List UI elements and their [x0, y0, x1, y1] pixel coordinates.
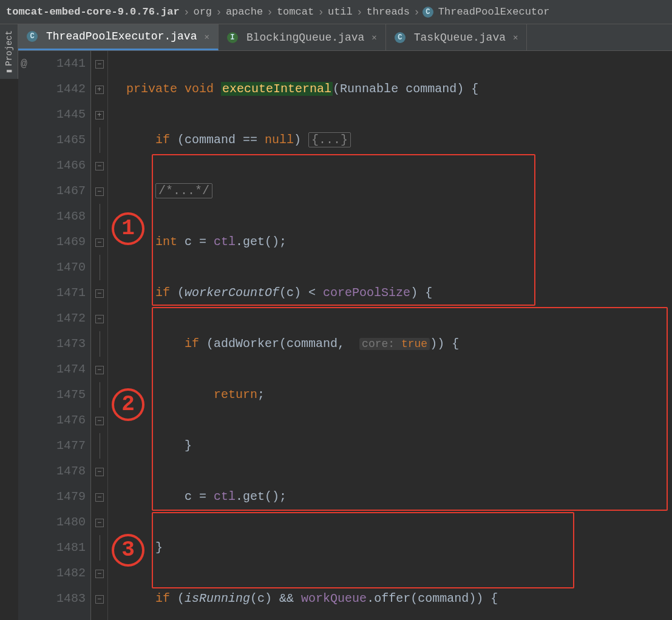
folded-block-icon[interactable]: {...} [308, 132, 351, 147]
close-icon[interactable]: ✕ [513, 32, 518, 42]
fold-end-icon[interactable]: − [95, 468, 104, 476]
chevron-right-icon: › [264, 6, 276, 18]
fold-end-icon[interactable]: − [95, 493, 104, 502]
editor-tabs: C ThreadPoolExecutor.java ✕ I BlockingQu… [18, 24, 672, 51]
tab-taskqueue[interactable]: C TaskQueue.java ✕ [386, 24, 528, 50]
line-number[interactable]: 1468 [56, 209, 86, 223]
fold-collapse-icon[interactable]: − [95, 187, 104, 196]
line-number[interactable]: 1483 [56, 591, 86, 605]
class-icon: C [423, 7, 433, 18]
line-number[interactable]: 1476 [56, 413, 86, 427]
line-number[interactable]: 1445 [56, 107, 86, 121]
code-line[interactable]: c = ctl.get(); [112, 484, 520, 510]
code-line[interactable]: if (isRunning(c) && workQueue.offer(comm… [112, 586, 520, 612]
chevron-right-icon: › [181, 6, 192, 18]
chevron-right-icon: › [411, 6, 423, 18]
fold-end-icon[interactable]: − [95, 595, 104, 604]
fold-guide [100, 331, 100, 357]
close-icon[interactable]: ✕ [372, 32, 376, 42]
interface-icon: I [227, 32, 238, 43]
crumb-class[interactable]: ThreadPoolExecutor [437, 6, 551, 18]
project-tool-tab[interactable]: ▮ Project [0, 24, 18, 79]
override-marker[interactable]: @ [21, 51, 27, 76]
fold-column[interactable]: − + + − − − − − − − − − − − − [91, 51, 108, 620]
line-number[interactable]: 1442 [56, 82, 86, 96]
fold-collapse-icon[interactable]: − [95, 366, 104, 374]
line-number[interactable]: 1477 [56, 439, 86, 453]
code-line[interactable]: if (workerCountOf(c) < corePoolSize) { [112, 280, 520, 306]
line-number[interactable]: 1441 [56, 56, 86, 70]
fold-guide [100, 433, 100, 459]
fold-guide [100, 535, 100, 561]
chevron-right-icon: › [315, 6, 327, 18]
code-line[interactable]: } [112, 535, 520, 561]
line-number[interactable]: 1467 [56, 184, 86, 198]
fold-guide [100, 127, 100, 153]
fold-guide [100, 204, 100, 229]
fold-expand-icon[interactable]: + [95, 111, 104, 120]
chevron-right-icon: › [354, 6, 365, 18]
line-number[interactable]: 1471 [56, 286, 86, 300]
breadcrumb[interactable]: tomcat-embed-core-9.0.76.jar › org › apa… [0, 0, 672, 24]
project-label: Project [4, 30, 14, 66]
crumb-pkg[interactable]: threads [365, 6, 411, 18]
line-number[interactable]: 1470 [56, 260, 86, 274]
fold-end-icon[interactable]: − [95, 570, 104, 578]
tab-label: BlockingQueue.java [246, 32, 364, 44]
crumb-jar[interactable]: tomcat-embed-core-9.0.76.jar [5, 6, 181, 18]
crumb-pkg[interactable]: tomcat [276, 6, 315, 18]
class-icon: C [395, 32, 406, 43]
line-number[interactable]: 1479 [56, 490, 86, 504]
line-number[interactable]: 1475 [56, 388, 86, 402]
code-line[interactable]: } [112, 433, 520, 459]
fold-guide [100, 255, 100, 280]
line-number[interactable]: 1478 [56, 464, 86, 478]
fold-collapse-icon[interactable]: − [95, 60, 104, 69]
code-line[interactable]: private void executeInternal(Runnable co… [112, 76, 520, 102]
crumb-pkg[interactable]: org [192, 6, 213, 18]
crumb-pkg[interactable]: apache [225, 6, 264, 18]
fold-collapse-icon[interactable]: − [95, 519, 104, 527]
parameter-hint: core: true [359, 338, 430, 350]
crumb-pkg[interactable]: util [327, 6, 354, 18]
tab-blockingqueue[interactable]: I BlockingQueue.java ✕ [219, 24, 386, 50]
line-number[interactable]: 1482 [56, 566, 86, 580]
line-number[interactable]: 1466 [56, 158, 86, 172]
folded-comment-icon[interactable]: /*...*/ [155, 183, 212, 198]
fold-end-icon[interactable]: − [95, 417, 104, 425]
folder-icon: ▮ [4, 68, 14, 73]
code-content[interactable]: private void executeInternal(Runnable co… [108, 51, 520, 620]
line-number[interactable]: 1472 [56, 311, 86, 325]
line-number[interactable]: 1481 [56, 541, 86, 554]
fold-end-icon[interactable]: − [95, 289, 104, 298]
fold-collapse-icon[interactable]: − [95, 162, 104, 170]
fold-end-icon[interactable]: − [95, 238, 104, 247]
tab-threadpoolexecutor[interactable]: C ThreadPoolExecutor.java ✕ [18, 24, 219, 50]
code-line[interactable]: if (addWorker(command, core: true)) { [112, 331, 520, 357]
line-number[interactable]: 1480 [56, 515, 86, 529]
code-line[interactable]: return; [112, 382, 520, 408]
gutter[interactable]: @1441 1442 1445 1465 1466 1467 1468 1469… [18, 51, 91, 620]
code-line[interactable]: if (command == null) {...} [112, 127, 520, 153]
line-number[interactable]: 1473 [56, 337, 86, 351]
chevron-right-icon: › [213, 6, 225, 18]
line-number[interactable]: 1474 [56, 362, 86, 376]
line-number[interactable]: 1465 [56, 133, 86, 147]
class-icon: C [27, 31, 38, 42]
tab-label: ThreadPoolExecutor.java [46, 30, 197, 42]
code-line[interactable]: int c = ctl.get(); [112, 229, 520, 255]
tab-label: TaskQueue.java [414, 32, 506, 44]
fold-collapse-icon[interactable]: − [95, 315, 104, 323]
editor-area[interactable]: @1441 1442 1445 1465 1466 1467 1468 1469… [18, 51, 672, 620]
fold-expand-icon[interactable]: + [95, 86, 104, 94]
fold-guide [100, 382, 100, 408]
code-line[interactable]: /*...*/ [112, 178, 520, 204]
close-icon[interactable]: ✕ [204, 32, 209, 42]
line-number[interactable]: 1469 [56, 235, 86, 249]
